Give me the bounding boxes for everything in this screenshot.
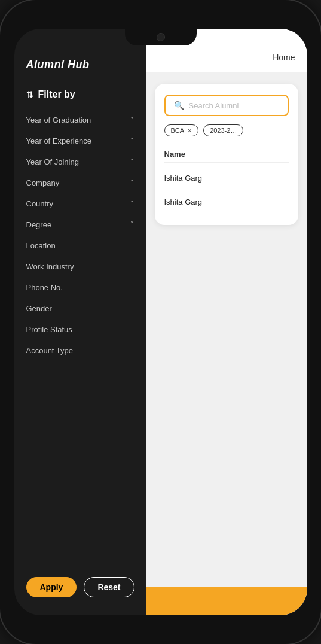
apply-button[interactable]: Apply <box>26 577 77 597</box>
reset-button[interactable]: Reset <box>84 577 134 597</box>
filter-item-label: Country <box>26 199 54 208</box>
filter-item[interactable]: Degree˅ <box>14 214 146 235</box>
filter-tag: 2023-2… <box>203 124 243 136</box>
filter-header-label: Filter by <box>38 89 75 100</box>
filter-item-label: Profile Status <box>26 325 72 334</box>
filter-item[interactable]: Phone No. <box>14 277 146 298</box>
filter-tags: BCA✕2023-2… <box>164 124 289 136</box>
filter-item-label: Year Of Joining <box>26 157 79 166</box>
filter-item-label: Account Type <box>26 346 74 355</box>
tag-close-icon[interactable]: ✕ <box>187 127 192 134</box>
row-name: Ishita Garg <box>164 198 203 206</box>
table-row[interactable]: Ishita Garg <box>164 190 289 214</box>
filter-item-label: Year of Experience <box>26 136 91 145</box>
search-icon: 🔍 <box>174 101 184 110</box>
tag-label: 2023-2… <box>210 127 237 134</box>
filter-icon: ⇅ <box>26 90 33 99</box>
filter-item[interactable]: Year of Graduation˅ <box>14 110 146 130</box>
chevron-down-icon: ˅ <box>130 200 134 208</box>
row-name: Ishita Garg <box>164 174 203 183</box>
filter-item[interactable]: Profile Status <box>14 319 146 340</box>
camera <box>157 33 165 41</box>
search-card: 🔍 Search Alumni BCA✕2023-2… Name Ishita … <box>155 84 298 225</box>
results-table: Name Ishita GargIshita Garg <box>164 146 289 214</box>
table-header: Name <box>164 146 289 163</box>
filter-list: Year of Graduation˅Year of Experience˅Ye… <box>14 110 146 565</box>
home-link[interactable]: Home <box>273 53 295 62</box>
phone-shell: Alumni Hub ⇅ Filter by Year of Graduatio… <box>0 0 321 644</box>
filter-item-label: Phone No. <box>26 283 63 292</box>
filter-item-label: Year of Graduation <box>26 116 91 124</box>
chevron-down-icon: ˅ <box>130 116 134 124</box>
filter-item[interactable]: Year of Experience˅ <box>14 130 146 151</box>
filter-tag: BCA✕ <box>164 124 199 136</box>
bottom-bar <box>146 587 307 615</box>
filter-item[interactable]: Year Of Joining˅ <box>14 151 146 172</box>
filter-item[interactable]: Gender <box>14 298 146 319</box>
filter-actions: Apply Reset <box>14 565 146 609</box>
chevron-down-icon: ˅ <box>130 221 134 229</box>
filter-item[interactable]: Work Industry <box>14 256 146 277</box>
filter-item-label: Gender <box>26 304 52 313</box>
search-bar[interactable]: 🔍 Search Alumni <box>164 95 289 116</box>
phone-screen: Alumni Hub ⇅ Filter by Year of Graduatio… <box>14 29 307 615</box>
app-title: Alumni Hub <box>14 59 146 83</box>
tag-label: BCA <box>171 127 185 134</box>
filter-item[interactable]: Location <box>14 235 146 256</box>
main-content: Home 🔍 Search Alumni BCA✕2023-2… Name Is… <box>146 29 307 615</box>
chevron-down-icon: ˅ <box>130 158 134 166</box>
table-row[interactable]: Ishita Garg <box>164 166 289 190</box>
filter-item-label: Work Industry <box>26 262 74 271</box>
filter-header: ⇅ Filter by <box>14 83 146 110</box>
filter-item[interactable]: Company˅ <box>14 172 146 193</box>
chevron-down-icon: ˅ <box>130 137 134 145</box>
filter-item[interactable]: Account Type <box>14 340 146 361</box>
search-placeholder: Search Alumni <box>189 101 239 110</box>
filter-item[interactable]: Country˅ <box>14 193 146 214</box>
filter-item-label: Degree <box>26 220 52 229</box>
filter-item-label: Company <box>26 178 60 187</box>
content-area: 🔍 Search Alumni BCA✕2023-2… Name Ishita … <box>146 72 307 587</box>
chevron-down-icon: ˅ <box>130 179 134 187</box>
sidebar: Alumni Hub ⇅ Filter by Year of Graduatio… <box>14 29 146 615</box>
notch <box>125 29 197 45</box>
filter-item-label: Location <box>26 241 56 250</box>
